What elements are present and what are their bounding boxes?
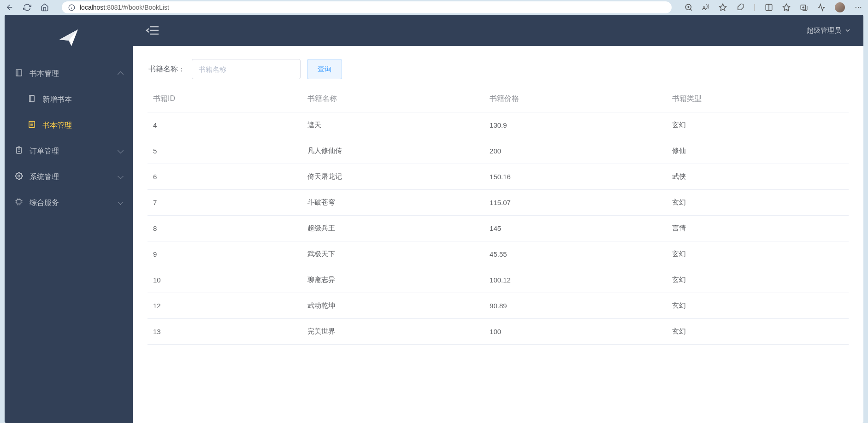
extensions-icon[interactable] [736, 3, 744, 12]
cell-name: 倚天屠龙记 [302, 164, 484, 190]
cell-id: 7 [148, 190, 302, 216]
cell-price: 90.89 [484, 293, 666, 319]
content-area: 书籍名称： 查询 书籍ID 书籍名称 书籍价格 书籍类型 4遮天130.9玄幻5… [133, 46, 863, 423]
browser-right-icons: A)) | [685, 2, 862, 12]
chip-icon [15, 198, 23, 208]
book-name-input[interactable] [192, 59, 301, 79]
cell-price: 100 [484, 319, 666, 345]
table-row[interactable]: 12武动乾坤90.89玄幻 [148, 293, 849, 319]
search-label: 书籍名称： [148, 65, 185, 74]
user-dropdown[interactable]: 超级管理员 [807, 26, 850, 35]
cell-name: 凡人修仙传 [302, 138, 484, 164]
sidebar-item-1[interactable]: 订单管理 [5, 138, 133, 164]
svg-point-17 [860, 7, 861, 8]
table-row[interactable]: 7斗破苍穹115.07玄幻 [148, 190, 849, 216]
sidebar-subitem-0-1[interactable]: 书本管理 [5, 112, 133, 138]
gear-icon [15, 172, 23, 182]
user-label: 超级管理员 [807, 26, 841, 35]
paper-plane-icon [58, 27, 80, 49]
collections-icon[interactable] [800, 3, 808, 12]
table-row[interactable]: 8超级兵王145言情 [148, 216, 849, 241]
table-row[interactable]: 13完美世界100玄幻 [148, 319, 849, 345]
sidebar-item-0[interactable]: 书本管理 [5, 61, 133, 87]
sidebar-subitem-label: 书本管理 [42, 121, 72, 130]
sidebar-item-3[interactable]: 综合服务 [5, 190, 133, 216]
svg-point-15 [856, 7, 856, 8]
cell-price: 100.12 [484, 267, 666, 293]
favorites-icon[interactable] [782, 3, 791, 12]
url-bar[interactable]: localhost:8081/#/book/BookList [62, 1, 672, 13]
more-icon[interactable] [854, 3, 862, 12]
sidebar-item-label: 综合服务 [30, 198, 59, 208]
cell-name: 遮天 [302, 112, 484, 138]
collapse-menu-icon[interactable] [146, 25, 159, 36]
cell-price: 45.55 [484, 241, 666, 267]
cell-type: 玄幻 [667, 267, 849, 293]
cell-type: 玄幻 [667, 241, 849, 267]
table-row[interactable]: 9武极天下45.55玄幻 [148, 241, 849, 267]
sidebar-item-label: 系统管理 [30, 172, 59, 182]
sidebar-subitem-0-0[interactable]: 新增书本 [5, 87, 133, 112]
cell-price: 150.16 [484, 164, 666, 190]
th-type: 书籍类型 [667, 86, 849, 112]
svg-line-4 [690, 9, 691, 10]
cell-type: 武侠 [667, 164, 849, 190]
svg-rect-18 [16, 70, 22, 76]
cell-name: 聊斋志异 [302, 267, 484, 293]
cell-type: 玄幻 [667, 319, 849, 345]
sidebar-item-2[interactable]: 系统管理 [5, 164, 133, 190]
cell-type: 言情 [667, 216, 849, 241]
book-icon [15, 69, 23, 79]
refresh-icon[interactable] [23, 3, 31, 12]
cell-id: 5 [148, 138, 302, 164]
topbar: 超级管理员 [133, 15, 863, 46]
performance-icon[interactable] [817, 3, 826, 12]
cell-name: 斗破苍穹 [302, 190, 484, 216]
logo [5, 15, 133, 61]
svg-marker-7 [719, 4, 726, 11]
chevron-down-icon [845, 28, 850, 33]
book-table: 书籍ID 书籍名称 书籍价格 书籍类型 4遮天130.9玄幻5凡人修仙传200修… [148, 86, 849, 345]
cell-name: 武动乾坤 [302, 293, 484, 319]
cell-price: 200 [484, 138, 666, 164]
cell-type: 玄幻 [667, 112, 849, 138]
th-id: 书籍ID [148, 86, 302, 112]
cell-type: 玄幻 [667, 293, 849, 319]
profile-avatar[interactable] [835, 2, 845, 12]
cell-id: 9 [148, 241, 302, 267]
zoom-icon[interactable] [685, 3, 693, 12]
search-button[interactable]: 查询 [307, 59, 342, 79]
table-row[interactable]: 5凡人修仙传200修仙 [148, 138, 849, 164]
browser-chrome: localhost:8081/#/book/BookList A)) | [0, 0, 868, 15]
search-row: 书籍名称： 查询 [148, 59, 849, 79]
main: 超级管理员 书籍名称： 查询 书籍ID 书籍名称 书籍价格 书籍类型 [133, 15, 863, 423]
th-price: 书籍价格 [484, 86, 666, 112]
sidebar-item-label: 订单管理 [30, 147, 59, 156]
table-row[interactable]: 4遮天130.9玄幻 [148, 112, 849, 138]
table-header-row: 书籍ID 书籍名称 书籍价格 书籍类型 [148, 86, 849, 112]
cell-id: 13 [148, 319, 302, 345]
svg-point-30 [18, 175, 20, 177]
table-row[interactable]: 6倚天屠龙记150.16武侠 [148, 164, 849, 190]
sidebar-subitem-label: 新增书本 [42, 95, 72, 105]
cell-id: 8 [148, 216, 302, 241]
back-icon[interactable] [6, 3, 14, 12]
info-icon [68, 4, 75, 11]
cell-price: 115.07 [484, 190, 666, 216]
cell-id: 6 [148, 164, 302, 190]
read-aloud-icon[interactable]: A)) [702, 3, 709, 12]
split-icon[interactable] [765, 3, 773, 12]
cell-id: 12 [148, 293, 302, 319]
cell-name: 武极天下 [302, 241, 484, 267]
cell-type: 修仙 [667, 138, 849, 164]
svg-marker-10 [783, 4, 790, 11]
star-icon[interactable] [719, 3, 727, 12]
home-icon[interactable] [41, 3, 49, 12]
browser-nav [6, 3, 49, 12]
url-text: localhost:8081/#/book/BookList [80, 4, 169, 11]
cell-type: 玄幻 [667, 190, 849, 216]
cell-name: 超级兵王 [302, 216, 484, 241]
cell-price: 145 [484, 216, 666, 241]
table-row[interactable]: 10聊斋志异100.12玄幻 [148, 267, 849, 293]
svg-rect-20 [30, 95, 35, 102]
